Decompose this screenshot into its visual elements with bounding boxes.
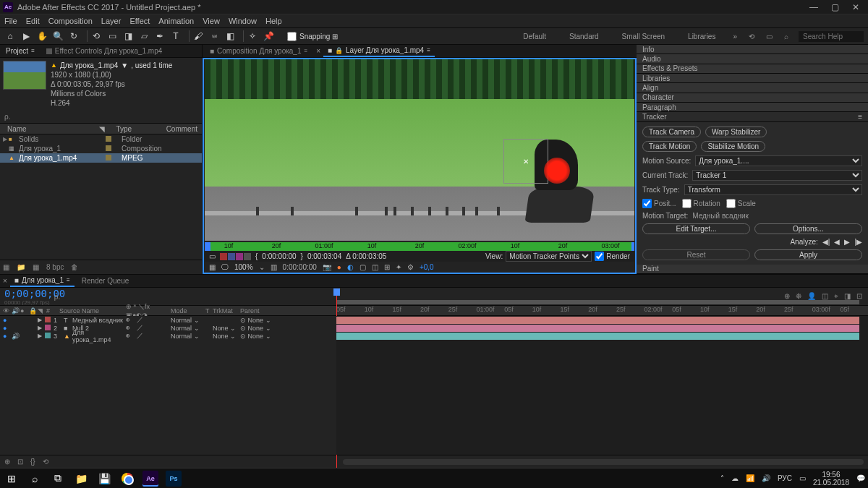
snapping-toggle[interactable]: Snapping ⊞ (287, 32, 338, 41)
in-bracket-icon[interactable]: { (255, 252, 258, 260)
toggle-modes-icon[interactable]: ⊡ (17, 458, 23, 466)
audio-toggle[interactable]: 🔊 (12, 333, 19, 340)
tab-composition[interactable]: ■Composition Для урока_1≡ (205, 46, 312, 56)
menu-animation[interactable]: Animation (158, 17, 194, 25)
layer-bar-3[interactable] (336, 333, 859, 340)
menu-file[interactable]: File (4, 17, 17, 25)
reset-button[interactable]: Reset (642, 249, 750, 260)
workspace-default[interactable]: Default (517, 31, 552, 42)
project-row-mpeg[interactable]: ▲ Для урока_1.mp4 MPEG (0, 153, 202, 163)
rotation-checkbox[interactable]: Rotation (682, 199, 720, 208)
box-icon[interactable]: ▢ (359, 263, 366, 271)
col-tag-icon[interactable]: ◥ (99, 125, 116, 133)
preview-time[interactable]: 0:00:00:00 (283, 263, 317, 271)
layer-bar-1[interactable] (336, 317, 859, 324)
tab-project[interactable]: Project≡ (3, 46, 38, 56)
apply-button[interactable]: Apply (754, 249, 862, 260)
bpc-toggle[interactable]: 8 bpc (46, 263, 64, 271)
tab-layer[interactable]: ■🔒Layer Для урока_1.mp4≡ (323, 45, 435, 57)
hand-tool-icon[interactable]: ✋ (36, 31, 48, 41)
puppet-tool-icon[interactable]: 📌 (263, 31, 274, 41)
col-solo-icon[interactable]: ● (20, 307, 27, 314)
tray-cloud-icon[interactable]: ☁ (731, 474, 739, 482)
rotate-tool-icon[interactable]: ⟲ (90, 31, 102, 41)
col-lock-icon[interactable]: 🔒 (29, 307, 36, 314)
menu-composition[interactable]: Composition (48, 17, 93, 25)
tray-chevron-icon[interactable]: ˄ (720, 474, 724, 482)
col-type[interactable]: Type (116, 125, 166, 133)
warp-stabilizer-button[interactable]: Warp Stabilizer (705, 127, 767, 137)
exposure[interactable]: +0,0 (420, 263, 434, 271)
target-icon[interactable]: ✦ (396, 263, 401, 271)
overflow-icon[interactable]: » (733, 33, 737, 40)
camera-tool-icon[interactable]: ▭ (106, 31, 118, 41)
video-toggle[interactable]: ● (3, 333, 10, 340)
track-motion-button[interactable]: Track Motion (642, 141, 697, 152)
menu-help[interactable]: Help (265, 17, 282, 25)
menu-edit[interactable]: Edit (26, 17, 40, 25)
out-bracket-icon[interactable]: } (301, 252, 303, 260)
col-audio-icon[interactable]: 🔊 (12, 307, 19, 314)
work-area-bar[interactable] (336, 300, 859, 304)
panel-align[interactable]: Align (637, 83, 868, 93)
search-help-input[interactable] (799, 31, 864, 42)
res-icon[interactable]: 🖵 (221, 263, 229, 271)
snapping-options-icon[interactable]: ⊞ (332, 33, 338, 40)
maximize-button[interactable]: ▢ (831, 3, 839, 12)
save-icon[interactable]: 💾 (95, 471, 113, 487)
scale-checkbox[interactable]: Scale (726, 199, 756, 208)
panel-paint[interactable]: Paint (637, 265, 868, 274)
col-trkmat[interactable]: TrkMat (213, 307, 239, 314)
track-point-region[interactable]: ✕ (503, 139, 548, 184)
text-tool-icon[interactable]: T (170, 31, 182, 41)
panel-libraries[interactable]: Libraries (637, 74, 868, 83)
close-button[interactable]: ✕ (852, 3, 859, 12)
panel-tracker-header[interactable]: Tracker≡ (637, 112, 868, 121)
position-checkbox[interactable]: Posit... (642, 199, 676, 208)
brush-tool-icon[interactable]: 🖌 (192, 31, 204, 41)
video-toggle[interactable]: ● (3, 325, 10, 332)
transparency-icon[interactable]: ▥ (271, 263, 277, 271)
col-parent[interactable]: Parent (240, 307, 273, 314)
timeline-zoom-slider[interactable] (343, 459, 864, 465)
panel-info[interactable]: Info (637, 45, 868, 54)
render-checkbox[interactable]: Render (595, 252, 630, 261)
tab-timeline-comp[interactable]: ■Для урока_1≡ (10, 275, 75, 287)
eraser-tool-icon[interactable]: ◧ (224, 31, 236, 41)
interpret-icon[interactable]: ▦ (3, 263, 9, 271)
video-toggle[interactable]: ● (3, 317, 10, 324)
step-forward-icon[interactable]: |▶ (854, 238, 862, 246)
layer-marker-icon[interactable]: ▭ (209, 252, 216, 260)
mini-timeline[interactable]: 10f20f01:00f10f20f02:00f10f20f03:00f (205, 242, 634, 251)
new-comp-icon[interactable]: ▦ (33, 263, 39, 271)
search-taskbar-icon[interactable]: ⌕ (26, 471, 43, 487)
workspace-libraries[interactable]: Libraries (682, 31, 721, 42)
reset-workspace-icon[interactable]: ⟲ (749, 33, 754, 40)
layer-bar-2[interactable] (336, 325, 859, 332)
layer-viewer[interactable]: ✕ 10f20f01:00f10f20f02:00f10f20f03:00f ▭… (203, 58, 637, 274)
gear-icon[interactable]: ⚙ (407, 263, 414, 271)
box2-icon[interactable]: ◫ (372, 263, 378, 271)
channel-squares[interactable] (220, 253, 251, 260)
col-comment[interactable]: Comment (166, 125, 202, 133)
tab-render-queue[interactable]: Render Queue (77, 275, 134, 286)
current-timecode[interactable]: 0;00;00;00 (0, 288, 46, 299)
toggle-switches-icon[interactable]: ⊕ (4, 458, 10, 466)
in-timecode[interactable]: 0:00:00:00 (262, 252, 296, 260)
panel-paragraph[interactable]: Paragraph (637, 103, 868, 112)
orbit-tool-icon[interactable]: ↻ (68, 31, 80, 41)
edit-target-button[interactable]: Edit Target... (642, 223, 750, 234)
col-source[interactable]: Source Name (56, 307, 124, 314)
col-label-icon[interactable]: ◥ (38, 307, 45, 314)
options-button[interactable]: Options... (754, 223, 862, 234)
file-explorer-icon[interactable]: 📁 (72, 471, 90, 487)
track-type-dropdown[interactable]: Transform (684, 184, 862, 195)
chrome-icon[interactable] (119, 471, 136, 487)
selection-tool-icon[interactable]: ▶ (20, 31, 32, 41)
clone-tool-icon[interactable]: ⎃ (208, 31, 220, 41)
pen-tool-icon[interactable]: ✒ (154, 31, 166, 41)
timeline-search-icon[interactable]: ρ. (54, 293, 60, 301)
dropdown-icon[interactable]: ▼ (121, 61, 128, 70)
menu-view[interactable]: View (203, 17, 220, 25)
out-timecode[interactable]: 0:00:03:04 (307, 252, 341, 260)
